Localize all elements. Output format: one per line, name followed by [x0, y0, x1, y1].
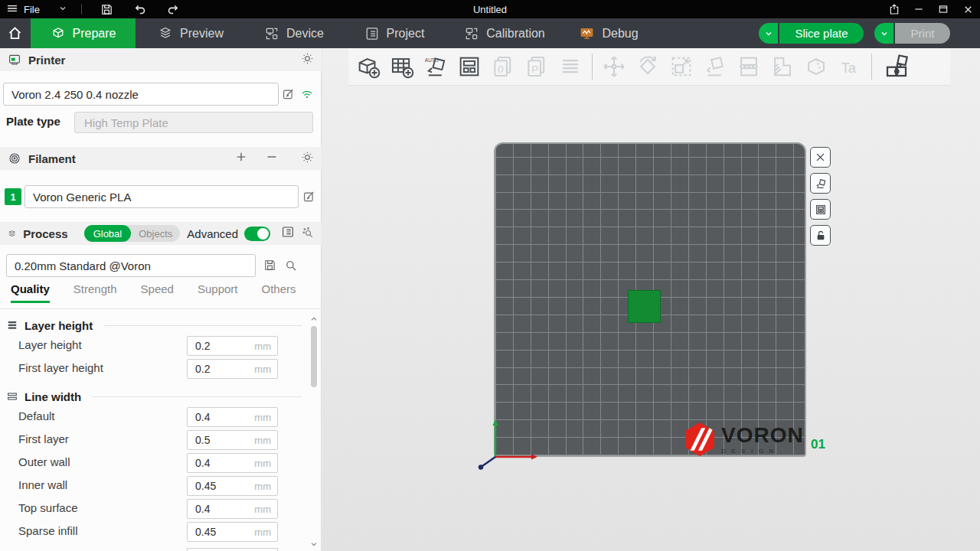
maximize-button[interactable] — [931, 0, 956, 18]
share-button[interactable] — [882, 0, 906, 18]
close-button[interactable] — [956, 0, 980, 18]
filament-settings-gear-icon[interactable] — [301, 151, 314, 167]
minimize-icon — [913, 4, 924, 15]
tab-device[interactable]: Device — [246, 18, 342, 48]
layer-height-input[interactable]: 0.2 mm — [187, 336, 278, 356]
tab-speed[interactable]: Speed — [141, 282, 174, 303]
lay-on-face-button[interactable] — [698, 50, 732, 83]
split-button[interactable] — [732, 50, 766, 83]
filament-spool-icon — [8, 152, 21, 165]
filament-preset-select[interactable]: Voron Generic PLA — [24, 185, 299, 208]
redo-button[interactable] — [162, 0, 185, 18]
cut-button[interactable] — [799, 50, 833, 83]
slice-plate-button[interactable]: Slice plate — [779, 23, 864, 44]
assembly-button[interactable] — [880, 50, 913, 83]
paste-button[interactable]: P — [520, 50, 554, 83]
setting-value: 0.2 — [188, 340, 210, 352]
setting-value: 0.4 — [188, 411, 210, 423]
tab-prepare[interactable]: Prepare — [31, 18, 136, 48]
tab-support[interactable]: Support — [198, 282, 238, 303]
add-plate-button[interactable] — [385, 50, 419, 83]
undo-button[interactable] — [129, 0, 152, 18]
lock-plate-button[interactable] — [810, 225, 831, 246]
scope-objects-option[interactable]: Objects — [131, 225, 180, 242]
remove-filament-icon[interactable] — [266, 151, 278, 166]
setting-value: 0.5 — [188, 434, 210, 446]
arrange-button[interactable] — [452, 50, 486, 83]
file-menu-chevron[interactable] — [58, 2, 67, 16]
tabs-divider — [0, 308, 322, 309]
scrollbar-thumb[interactable] — [311, 326, 317, 387]
tab-others[interactable]: Others — [262, 282, 296, 303]
setting-value: 0.4 — [188, 457, 210, 469]
model-cube[interactable] — [628, 290, 661, 323]
home-button[interactable] — [0, 18, 29, 48]
scale-button[interactable] — [665, 50, 698, 83]
default-line-width-input[interactable]: 0.4 mm — [187, 407, 278, 427]
printer-preset-select[interactable]: Voron 2.4 250 0.4 nozzle — [3, 83, 279, 106]
search-preset-icon[interactable] — [284, 259, 298, 276]
auto-orient-button[interactable]: AUTO — [419, 50, 452, 83]
settings-sidebar: Printer Voron 2.4 250 0.4 nozzle Plate t… — [0, 48, 322, 551]
plate-type-label: Plate type — [6, 115, 60, 128]
plate-type-value: High Temp Plate — [84, 116, 168, 129]
layers-button[interactable] — [554, 50, 587, 83]
auto-orient-icon — [815, 178, 827, 190]
tab-strength[interactable]: Strength — [74, 282, 117, 303]
filament-edit-icon[interactable] — [302, 190, 316, 207]
lock-open-icon — [815, 230, 827, 242]
move-button[interactable] — [597, 50, 631, 83]
delete-plate-button[interactable] — [810, 147, 831, 168]
device-icon — [264, 26, 279, 41]
first-layer-line-width-input[interactable]: 0.5 mm — [187, 430, 278, 450]
advanced-toggle[interactable] — [244, 227, 270, 241]
rotate-icon — [635, 54, 661, 80]
variable-layer-height-button[interactable] — [766, 50, 799, 83]
rotate-button[interactable] — [631, 50, 665, 83]
print-button[interactable]: Print — [895, 23, 950, 44]
copy-button[interactable]: 0 — [486, 50, 520, 83]
layer-height-section-title: Layer height — [24, 319, 93, 332]
tab-project-label: Project — [387, 27, 425, 41]
setting-label: First layer height — [18, 361, 103, 374]
add-filament-icon[interactable] — [235, 151, 247, 166]
tab-quality[interactable]: Quality — [11, 282, 50, 303]
process-scope-toggle: Global Objects — [84, 225, 181, 242]
save-preset-icon[interactable] — [263, 259, 276, 275]
options-list-icon[interactable] — [281, 225, 295, 242]
outer-wall-line-width-input[interactable]: 0.4 mm — [187, 453, 278, 473]
tab-preview[interactable]: Preview — [136, 18, 246, 48]
voron-plate-logo: VORON DESIGN — [684, 422, 804, 457]
tab-calibration[interactable]: Calibration — [446, 18, 563, 48]
printer-edit-icon[interactable] — [282, 87, 296, 104]
file-menu[interactable]: File — [6, 2, 40, 17]
partially-visible-input[interactable] — [187, 548, 278, 551]
search-settings-icon[interactable] — [301, 226, 314, 242]
printer-connection-wifi-icon[interactable] — [300, 87, 314, 104]
auto-orient-plate-button[interactable] — [810, 173, 831, 194]
process-preset-select[interactable]: 0.20mm Standard @Voron — [6, 254, 256, 277]
top-surface-line-width-input[interactable]: 0.4 mm — [187, 499, 278, 519]
arrange-plate-button[interactable] — [810, 199, 831, 220]
printer-settings-gear-icon[interactable] — [301, 52, 314, 68]
scroll-up-arrow[interactable] — [309, 314, 319, 324]
tab-project[interactable]: Project — [342, 18, 446, 48]
advanced-label: Advanced — [187, 227, 238, 240]
print-options-chevron[interactable] — [874, 23, 893, 44]
first-layer-height-input[interactable]: 0.2 mm — [187, 359, 278, 379]
setting-row: Top surface 0.4 mm — [6, 499, 309, 519]
minimize-button[interactable] — [906, 0, 931, 18]
scroll-down-arrow[interactable] — [309, 539, 319, 549]
settings-scrollbar[interactable] — [309, 314, 319, 551]
sparse-infill-line-width-input[interactable]: 0.45 mm — [187, 522, 278, 542]
add-object-button[interactable] — [351, 50, 385, 83]
plate-type-select[interactable]: High Temp Plate — [74, 112, 313, 133]
tab-debug[interactable]: Debug — [563, 18, 655, 48]
scale-icon — [668, 54, 694, 80]
scope-global-option[interactable]: Global — [84, 225, 132, 242]
text-tool-button[interactable]: Ta — [833, 50, 867, 83]
inner-wall-line-width-input[interactable]: 0.45 mm — [187, 476, 278, 496]
save-button[interactable] — [96, 0, 119, 18]
slice-options-chevron[interactable] — [759, 23, 778, 44]
plate-number-badge: 01 — [811, 437, 825, 452]
